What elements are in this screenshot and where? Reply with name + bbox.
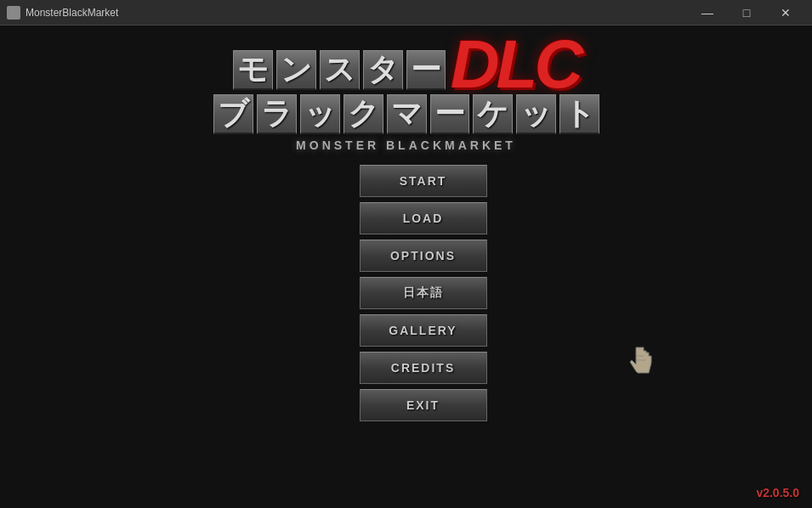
logo-char-8: ッ <box>300 94 340 134</box>
logo-subtitle: MONSTER BLACKMARKET <box>296 138 516 152</box>
version-text: v2.0.5.0 <box>756 486 799 500</box>
logo-char-10: マ <box>387 94 427 134</box>
logo-char-3: ス <box>320 50 360 90</box>
logo-row2: ブ ラ ッ ク マ ー ケ ッ ト <box>213 93 600 135</box>
logo-char-4: タ <box>363 50 403 90</box>
cursor-pointer-icon <box>627 346 657 380</box>
menu-btn-japanese[interactable]: 日本語 <box>360 277 487 309</box>
logo-wrapper: モ ン ス タ ー DLC ブ ラ ッ ク マ ー ケ ッ <box>213 34 600 135</box>
menu-btn-gallery[interactable]: GALLERY <box>360 314 487 347</box>
maximize-button[interactable]: □ <box>727 0 766 25</box>
logo-char-11: ー <box>430 94 469 134</box>
app-icon <box>7 6 20 20</box>
menu-btn-start[interactable]: START <box>360 165 487 197</box>
logo-char-5: ー <box>406 50 446 90</box>
logo-char-7: ラ <box>257 94 297 134</box>
title-bar: MonsterBlackMarket — □ ✕ <box>0 0 812 25</box>
logo-char-1: モ <box>233 50 273 90</box>
title-bar-left: MonsterBlackMarket <box>7 6 118 20</box>
logo-dlc: DLC <box>451 34 580 95</box>
logo-char-13: ッ <box>516 94 556 134</box>
logo-char-14: ト <box>559 94 599 134</box>
logo-row1: モ ン ス タ ー DLC <box>232 34 580 91</box>
menu-btn-exit[interactable]: EXIT <box>360 389 487 421</box>
logo-char-9: ク <box>344 94 383 134</box>
menu-btn-load[interactable]: LOAD <box>360 202 487 234</box>
close-button[interactable]: ✕ <box>766 0 805 25</box>
menu-btn-options[interactable]: OPTIONS <box>360 240 487 272</box>
logo-area: モ ン ス タ ー DLC ブ ラ ッ ク マ ー ケ ッ <box>213 34 600 152</box>
window-title: MonsterBlackMarket <box>26 7 118 19</box>
menu-container: STARTLOADOPTIONS日本語GALLERYCREDITSEXIT <box>360 165 487 421</box>
logo-char-6: ブ <box>213 94 253 134</box>
logo-char-2: ン <box>276 50 316 90</box>
menu-btn-credits[interactable]: CREDITS <box>360 352 487 384</box>
minimize-button[interactable]: — <box>688 0 727 25</box>
main-content: モ ン ス タ ー DLC ブ ラ ッ ク マ ー ケ ッ <box>0 25 812 508</box>
logo-char-12: ケ <box>473 94 513 134</box>
window-controls: — □ ✕ <box>688 0 805 25</box>
